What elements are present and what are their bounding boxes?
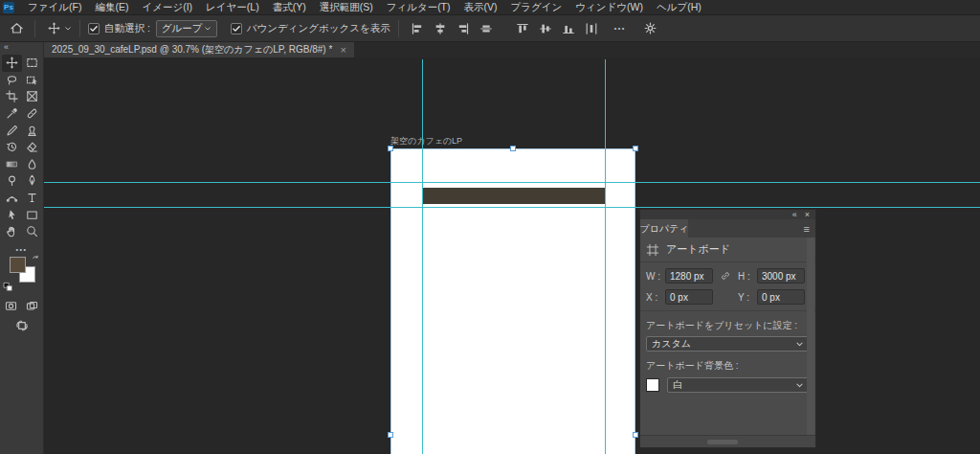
gradient-tool[interactable] [2, 156, 22, 173]
foreground-color-swatch[interactable] [10, 257, 26, 273]
history-brush-tool[interactable] [2, 139, 22, 156]
artboard-bg-color-swatch[interactable] [646, 378, 659, 392]
divider [640, 310, 815, 311]
artboard[interactable] [390, 148, 635, 454]
default-colors-icon[interactable] [3, 282, 13, 292]
move-tool[interactable] [2, 55, 22, 72]
menu-item[interactable]: ヘルプ(H) [650, 0, 708, 14]
menu-item[interactable]: プラグイン [504, 0, 569, 14]
x-field[interactable]: 0 px [665, 289, 713, 305]
vertical-guide-left[interactable] [422, 59, 423, 454]
document-tab[interactable]: 2025_09_30_cafeLP.psd @ 30.7% (架空のカフェのLP… [44, 42, 354, 57]
vertical-guide-right[interactable] [605, 59, 606, 454]
collapse-panel-icon[interactable]: « [792, 210, 797, 219]
eraser-tool[interactable] [22, 139, 42, 156]
chevron-down-icon [795, 381, 804, 390]
close-tab-icon[interactable]: × [341, 42, 346, 57]
home-button[interactable] [6, 18, 27, 39]
zoom-icon [26, 225, 38, 238]
y-field[interactable]: 0 px [757, 289, 805, 305]
tool-settings-button[interactable] [640, 18, 661, 39]
selection-handle[interactable] [510, 146, 516, 151]
horizontal-guide-bottom[interactable] [44, 207, 980, 208]
align-right-edges-button[interactable] [453, 18, 474, 39]
align-bottom-edges-button[interactable] [558, 18, 579, 39]
menu-item[interactable]: レイヤー(L) [199, 0, 266, 14]
healing-brush-tool[interactable] [22, 105, 42, 123]
current-tool-button[interactable] [43, 18, 64, 39]
rectangle-tool[interactable] [22, 206, 42, 223]
close-panel-icon[interactable]: × [805, 210, 810, 219]
quick-mask-icon[interactable] [5, 300, 17, 312]
lasso-tool[interactable] [2, 72, 22, 89]
menu-item[interactable]: 編集(E) [88, 0, 135, 14]
more-dots-icon: ••• [614, 25, 626, 32]
panel-menu-icon[interactable]: ≡ [804, 219, 815, 238]
curvature-pen-tool[interactable] [2, 190, 22, 207]
preset-dropdown[interactable]: カスタム [646, 336, 810, 352]
align-vertical-centers-button[interactable] [476, 18, 497, 39]
width-field[interactable]: 1280 px [665, 268, 713, 284]
align-horizontal-centers-button[interactable] [430, 18, 451, 39]
selection-handle[interactable] [388, 432, 393, 438]
dodge-tool[interactable] [2, 172, 22, 190]
selection-handle[interactable] [633, 432, 638, 438]
canvas-area[interactable]: 架空のカフェのLP [44, 57, 980, 454]
pen-tool[interactable] [22, 172, 42, 190]
x-label: X : [646, 292, 661, 303]
selection-handle[interactable] [388, 146, 393, 151]
marquee-icon [26, 57, 38, 69]
zoom-tool[interactable] [22, 223, 42, 240]
artboard-header-bar[interactable] [422, 188, 605, 204]
edit-toolbar-button[interactable]: ••• [16, 240, 28, 253]
align-right-edges-icon [457, 22, 470, 35]
object-selection-tool[interactable] [22, 72, 42, 89]
hand-icon [6, 225, 18, 238]
artboard-label[interactable]: 架空のカフェのLP [390, 135, 462, 148]
dodge-icon [6, 174, 18, 187]
brush-tool[interactable] [2, 122, 22, 139]
path-selection-tool[interactable] [2, 206, 22, 223]
auto-select-dropdown[interactable]: グループ [156, 20, 217, 37]
chevron-down-icon[interactable] [64, 25, 72, 33]
horizontal-guide-top[interactable] [44, 182, 980, 183]
link-dimensions-icon[interactable] [717, 270, 734, 282]
selection-handle[interactable] [633, 146, 638, 151]
type-tool[interactable] [22, 190, 42, 207]
menu-item[interactable]: イメージ(I) [135, 0, 199, 14]
panel-scroll-thumb[interactable] [707, 440, 738, 444]
menu-item[interactable]: 書式(Y) [266, 0, 313, 14]
menu-item[interactable]: ファイル(F) [21, 0, 88, 14]
crop-tool[interactable] [2, 88, 22, 105]
blur-tool[interactable] [22, 156, 42, 173]
align-top-edges-button[interactable] [512, 18, 533, 39]
screen-mode-icon[interactable] [26, 300, 38, 312]
more-options-button[interactable]: ••• [610, 18, 631, 39]
align-middle-button[interactable] [535, 18, 556, 39]
align-left-edges-button[interactable] [407, 18, 428, 39]
menu-item[interactable]: 選択範囲(S) [313, 0, 380, 14]
panel-scrollbar[interactable] [807, 238, 814, 435]
hand-tool[interactable] [2, 223, 22, 240]
distribute-horizontal-centers-button[interactable] [581, 18, 602, 39]
options-bar: 自動選択 : グループ バウンディングボックスを表示 ••• [0, 15, 980, 42]
menu-item[interactable]: ウィンドウ(W) [568, 0, 650, 14]
rotate-view-icon[interactable] [15, 319, 29, 332]
menu-item[interactable]: フィルター(T) [380, 0, 457, 14]
frame-tool[interactable] [22, 88, 42, 105]
tab-properties[interactable]: プロパティ [640, 219, 688, 238]
background-color-dropdown[interactable]: 白 [667, 377, 810, 393]
swap-colors-icon[interactable] [31, 254, 41, 264]
panel-bottom-bar [640, 435, 815, 447]
bounding-box-checkbox[interactable] [231, 23, 242, 34]
menu-item[interactable]: 表示(V) [457, 0, 504, 14]
auto-select-checkbox[interactable] [88, 23, 100, 34]
align-left-edges-icon [411, 22, 424, 35]
toolbar-collapse-icon[interactable]: « [0, 42, 9, 54]
align-bottom-edges-icon [562, 22, 575, 35]
height-field[interactable]: 3000 px [757, 268, 805, 284]
brush-icon [6, 125, 18, 137]
marquee-tool[interactable] [22, 55, 42, 72]
clone-stamp-tool[interactable] [22, 122, 42, 139]
eyedropper-tool[interactable] [2, 105, 22, 123]
